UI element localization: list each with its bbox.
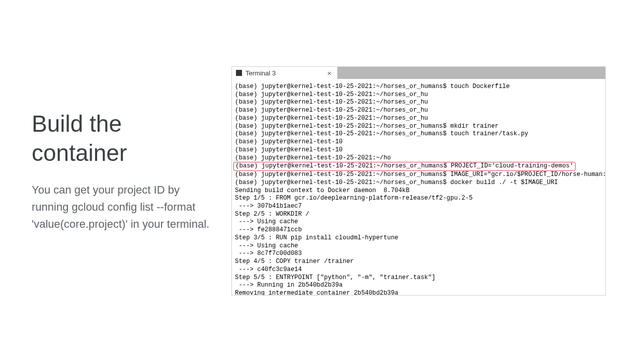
- terminal-icon: [236, 70, 242, 76]
- terminal-line: (base) jupyter@kernel-test-10-25-2021:~/…: [235, 130, 602, 138]
- terminal-line: Step 2/5 : WORKDIR /: [235, 211, 602, 219]
- terminal-window: Terminal 3 × (base) jupyter@kernel-test-…: [231, 66, 606, 296]
- slide-heading: Build the container: [32, 110, 213, 167]
- terminal-line: Step 4/5 : COPY trainer /trainer: [235, 258, 602, 266]
- terminal-line: (base) jupyter@kernel-test-10-25-2021:~/…: [235, 115, 602, 123]
- terminal-tab-bar: Terminal 3 ×: [232, 67, 605, 79]
- terminal-line: (base) jupyter@kernel-test-10-25-2021:~/…: [235, 162, 602, 171]
- terminal-line: (base) jupyter@kernel-test-10-25-2021:~/…: [235, 171, 602, 179]
- terminal-line: ---> Running in 2b540bd2b39a: [235, 282, 602, 290]
- tab-bar-empty: [338, 67, 605, 79]
- terminal-line: Step 1/5 : FROM gcr.io/deeplearning-plat…: [235, 195, 602, 203]
- terminal-line: (base) jupyter@kernel-test-10-25-2021:~/…: [235, 91, 602, 99]
- terminal-line: (base) jupyter@kernel-test-10-25-2021:~/…: [235, 179, 602, 187]
- terminal-line: (base) jupyter@kernel-test-10: [235, 138, 602, 146]
- terminal-line: (base) jupyter@kernel-test-10-25-2021:~/…: [235, 99, 602, 107]
- terminal-line: (base) jupyter@kernel-test-10: [235, 146, 602, 154]
- terminal-highlighted-line: (base) jupyter@kernel-test-10-25-2021:~/…: [233, 162, 576, 171]
- terminal-line: ---> c40fc3c9ae14: [235, 266, 602, 274]
- terminal-line: ---> 307b41b1aec7: [235, 203, 602, 211]
- terminal-line: ---> 8c7f7c00d083: [235, 250, 602, 258]
- terminal-line: Step 5/5 : ENTRYPOINT ["python", "-m", "…: [235, 274, 602, 282]
- slide-text-panel: Build the container You can get your pro…: [32, 110, 213, 233]
- close-icon[interactable]: ×: [326, 69, 333, 77]
- terminal-line: Step 3/5 : RUN pip install cloudml-hyper…: [235, 234, 602, 242]
- terminal-line: ---> Using cache: [235, 218, 602, 226]
- terminal-tab[interactable]: Terminal 3 ×: [232, 67, 338, 79]
- terminal-tab-title: Terminal 3: [246, 69, 326, 77]
- slide-description: You can get your project ID by running g…: [32, 182, 213, 233]
- terminal-line: Sending build context to Docker daemon 8…: [235, 187, 602, 195]
- terminal-line: ---> fe2888471ccb: [235, 226, 602, 234]
- terminal-line: (base) jupyter@kernel-test-10-25-2021:~/…: [235, 123, 602, 131]
- terminal-output[interactable]: (base) jupyter@kernel-test-10-25-2021:~/…: [232, 79, 605, 296]
- terminal-line: Removing intermediate container 2b540bd2…: [235, 290, 602, 296]
- terminal-line: (base) jupyter@kernel-test-10-25-2021:~/…: [235, 154, 602, 162]
- terminal-line: (base) jupyter@kernel-test-10-25-2021:~/…: [235, 83, 602, 91]
- terminal-line: (base) jupyter@kernel-test-10-25-2021:~/…: [235, 107, 602, 115]
- terminal-line: ---> Using cache: [235, 242, 602, 250]
